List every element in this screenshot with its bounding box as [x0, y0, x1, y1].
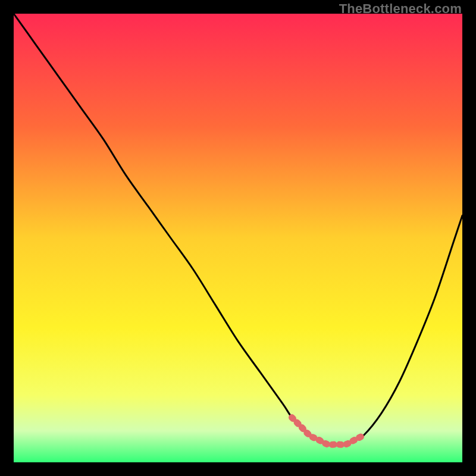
bottleneck-curve — [14, 14, 462, 444]
chart-frame: { "watermark": "TheBottleneck.com", "col… — [0, 0, 476, 476]
plot-area — [14, 14, 462, 462]
highlight-segment — [292, 418, 364, 445]
watermark-text: TheBottleneck.com — [339, 1, 462, 17]
curve-layer — [14, 14, 462, 462]
